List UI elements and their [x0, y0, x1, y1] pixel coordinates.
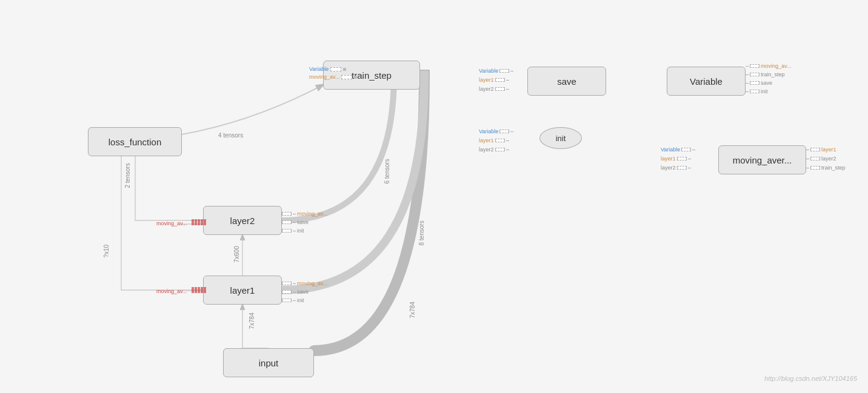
edge-label-layer2-6tensors: 6 tensors	[384, 159, 390, 183]
layer2-output-ports: moving_av... save init	[282, 211, 327, 234]
train-step-label: train_step	[352, 70, 392, 81]
moving-av-dots-layer1: moving_av...	[156, 285, 206, 296]
edge-label-layer1-8tensors: 8 tensors	[418, 220, 425, 245]
init-label: init	[556, 134, 566, 143]
edge-label-7x600: 7x600	[233, 246, 240, 262]
moving-aver-input-ports: Variable layer1 layer2	[661, 147, 695, 171]
edge-label-2tensors: 2 tensors	[124, 163, 131, 188]
init-input-ports: Variable layer1 layer2	[479, 128, 513, 153]
layer1-node: layer1	[203, 276, 282, 305]
loss-function-node: loss_function	[88, 127, 182, 156]
moving-aver-output-ports: layer1 layer2 train_step	[806, 147, 846, 171]
save-input-ports: Variable layer1 layer2	[479, 68, 513, 92]
layer1-output-ports: moving_av... save init	[282, 280, 327, 303]
train-step-input-ports: Variable moving_av...	[309, 66, 357, 80]
save-label: save	[557, 76, 576, 87]
moving-aver-label: moving_aver...	[733, 155, 792, 165]
watermark: http://blog.csdn.net/XJY104165	[764, 375, 857, 382]
variable-node: Variable	[667, 67, 746, 96]
loss-function-label: loss_function	[109, 137, 162, 147]
variable-output-ports: moving_av... train_step save init	[746, 63, 791, 94]
input-node: input	[223, 348, 314, 377]
input-label: input	[259, 358, 279, 368]
layer2-label: layer2	[230, 216, 255, 226]
moving-aver-node: moving_aver...	[718, 145, 806, 174]
variable-label: Variable	[690, 76, 723, 87]
train-step-port-variable: Variable	[309, 66, 329, 72]
moving-av-dots-layer2: moving_av...	[156, 217, 206, 228]
layer1-label: layer1	[230, 285, 255, 296]
save-node: save	[527, 67, 606, 96]
train-step-port-moving: moving_av...	[309, 74, 339, 80]
layer2-node: layer2	[203, 206, 282, 235]
edge-label-7x784-bottom: 7x784	[409, 302, 416, 318]
edge-label-4tensors: 4 tensors	[218, 132, 243, 139]
edge-label-7x10: ?x10	[103, 245, 110, 258]
edge-label-7x784-layer1: 7x784	[249, 312, 255, 329]
init-node: init	[539, 127, 582, 149]
